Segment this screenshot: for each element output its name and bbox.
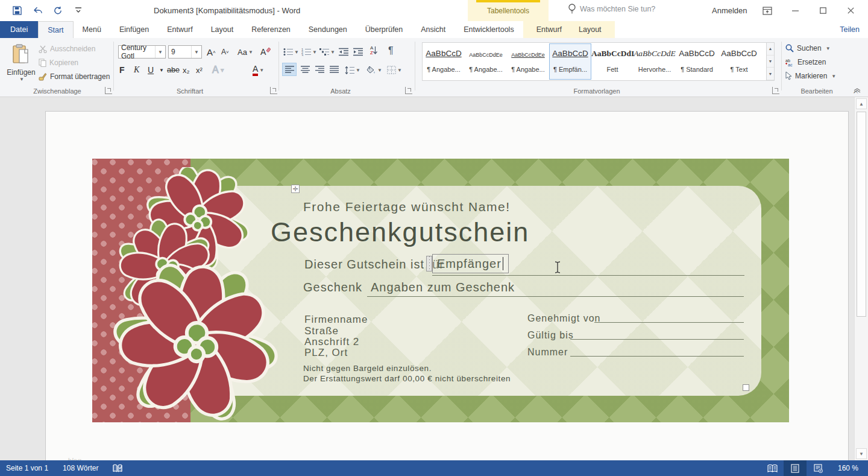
subscript-button[interactable]: x₂ [183,63,190,77]
increase-indent-button[interactable] [353,45,363,59]
scroll-up-icon[interactable]: ▲ [856,98,867,109]
font-name-combo[interactable]: Century Gotl ▼ [118,45,166,59]
print-layout-view-icon[interactable] [784,460,807,476]
italic-button[interactable]: K [134,63,139,77]
clear-formatting-button[interactable]: A [260,45,271,59]
style-card[interactable]: AaBbCcD¶ Text [718,43,760,80]
shrink-font-button[interactable]: A˅ [221,45,229,59]
show-paragraph-marks-button[interactable]: ¶ [388,44,394,57]
grow-font-button[interactable]: A˄ [207,45,216,59]
tab-start[interactable]: Start [38,21,73,38]
styles-gallery-more-icon[interactable]: ▼ [767,68,774,80]
tab-tabletools-layout[interactable]: Layout [570,21,615,38]
sort-button[interactable]: AZ [370,44,377,57]
style-card[interactable]: AaBbCcDdEHervorhe... [634,43,676,80]
approved-by-label: Genehmigt von [527,313,601,324]
borders-button[interactable]: ▼ [387,63,402,77]
document-page[interactable]: ✛ Frohe Feiertage wünscht Name! Geschenk… [45,111,849,460]
select-button[interactable]: Markieren▼ [785,72,836,80]
find-button[interactable]: Suchen▼ [785,44,831,52]
contextual-tools-header: Tabellentools [468,0,549,21]
indent-icon [353,48,363,56]
format-painter-button[interactable]: Format übertragen [39,72,110,81]
tab-ueberpruefen[interactable]: Überprüfen [356,21,412,38]
style-card[interactable]: AaBbCcDdIFett [591,43,634,80]
table-move-handle[interactable]: ✛ [291,185,300,193]
replace-button[interactable]: abac Ersetzen [785,58,826,66]
scrollbar-thumb[interactable] [857,112,866,317]
web-layout-view-icon[interactable] [807,460,829,476]
style-card-selected[interactable]: AaBbCcD¶ Empfän... [549,43,591,80]
font-dialog-launcher-icon[interactable] [270,87,277,94]
tab-referenzen[interactable]: Referenzen [242,21,300,38]
content-control-handle[interactable] [426,256,432,271]
align-right-button[interactable] [312,63,327,76]
maximize-button[interactable] [809,0,837,21]
sort-arrow-icon [373,46,377,55]
clipboard-dialog-launcher-icon[interactable] [105,87,112,94]
numbering-button[interactable]: 123▼ [301,45,317,59]
styles-scroll-up-icon[interactable]: ▲ [767,43,774,56]
page-count[interactable]: Seite 1 von 1 [6,464,48,472]
document-area[interactable]: ✛ Frohe Feiertage wünscht Name! Geschenk… [0,97,868,460]
share-button[interactable]: Teilen [840,21,860,38]
copy-button[interactable]: Kopieren [39,59,78,67]
style-card[interactable]: AaBbCcD¶ Angabe... [423,43,465,80]
style-card[interactable]: AaBbCcD¶ Standard [676,43,718,80]
tab-entwurf[interactable]: Entwurf [158,21,201,38]
styles-dialog-launcher-icon[interactable] [772,87,779,94]
style-card[interactable]: AaBbCcDdEe¶ Angabe... [507,43,549,80]
text-effects-button[interactable]: A▼ [212,63,225,77]
multilevel-list-button[interactable]: ▼ [319,45,335,59]
read-mode-view-icon[interactable] [761,460,784,476]
tab-tabletools-entwurf[interactable]: Entwurf [523,21,570,38]
tab-ansicht[interactable]: Ansicht [412,21,454,38]
close-button[interactable] [837,0,864,21]
font-size-combo[interactable]: 9 ▼ [168,45,202,59]
tell-me-box[interactable]: Was möchten Sie tun? [559,4,655,14]
cut-button[interactable]: Ausschneiden [39,45,95,53]
paste-button[interactable]: Einfügen ▼ [5,41,37,91]
bullets-button[interactable]: ▼ [283,45,299,59]
bold-button[interactable]: F [119,63,125,77]
window-title: Dokument3 [Kompatibilitätsmodus] - Word [154,6,300,15]
underline-dropdown-arrow[interactable]: ▼ [159,63,164,77]
word-count[interactable]: 108 Wörter [63,464,98,472]
save-icon[interactable] [11,4,23,16]
decrease-indent-button[interactable] [339,45,348,59]
scroll-down-icon[interactable]: ▼ [856,448,867,459]
underline-button[interactable]: U [148,63,154,77]
customize-qat-icon[interactable] [72,4,84,16]
vertical-scrollbar[interactable]: ▲ ▼ [854,97,868,460]
shading-button[interactable]: ▼ [366,63,382,77]
tab-datei[interactable]: Datei [0,21,38,38]
tab-sendungen[interactable]: Sendungen [300,21,356,38]
recipient-content-control[interactable]: Empfänger [432,254,509,273]
proofing-status-icon[interactable] [113,464,122,473]
align-left-button[interactable] [282,63,297,76]
justify-button[interactable] [327,63,341,76]
undo-icon[interactable] [31,4,43,16]
ribbon-display-options-icon[interactable] [753,0,781,21]
redo-icon[interactable] [52,4,64,16]
style-card[interactable]: AaBbCcDdEe¶ Angabe... [465,43,507,80]
collapse-ribbon-icon[interactable]: ᨈ [854,88,861,93]
number-line [570,356,744,357]
paragraph-dialog-launcher-icon[interactable] [405,87,412,94]
zoom-level[interactable]: 160 % [829,464,868,472]
change-case-button[interactable]: Aa▼ [237,45,253,59]
sign-in-link[interactable]: Anmelden [712,6,747,15]
tab-einfuegen[interactable]: Einfügen [110,21,158,38]
bullet-list-icon [283,48,293,56]
font-color-button[interactable]: A▼ [253,63,264,77]
superscript-button[interactable]: x² [196,63,203,77]
align-center-button[interactable] [298,63,312,76]
tab-entwicklertools[interactable]: Entwicklertools [454,21,523,38]
table-resize-handle[interactable] [743,384,749,391]
strikethrough-button[interactable]: abe [167,63,180,77]
tab-layout[interactable]: Layout [202,21,243,38]
minimize-button[interactable] [781,0,809,21]
line-spacing-button[interactable]: ▼ [345,63,360,77]
tab-menue[interactable]: Menü [74,21,110,38]
styles-scroll-down-icon[interactable]: ▼ [767,56,774,68]
